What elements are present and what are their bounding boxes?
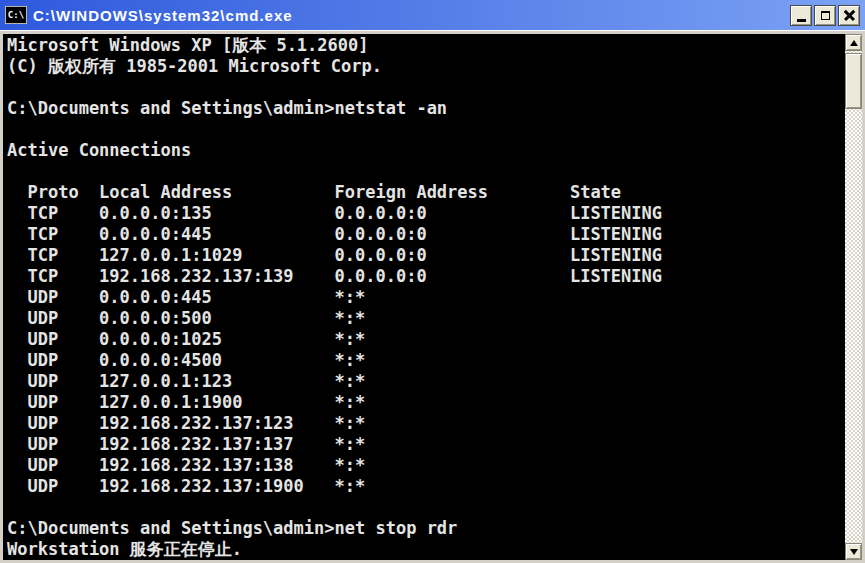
cmd-icon[interactable]: C:\ xyxy=(5,6,27,24)
console-line: C:\Documents and Settings\admin>netstat … xyxy=(7,98,842,119)
console-line: UDP 192.168.232.137:137 *:* xyxy=(7,434,842,455)
console-line: TCP 192.168.232.137:139 0.0.0.0:0 LISTEN… xyxy=(7,266,842,287)
window-frame: Microsoft Windows XP [版本 5.1.2600](C) 版权… xyxy=(0,30,865,563)
close-button[interactable] xyxy=(838,5,860,26)
console-line: UDP 192.168.232.137:138 *:* xyxy=(7,455,842,476)
close-icon xyxy=(844,10,855,21)
minimize-icon xyxy=(797,19,806,22)
console-line: Proto Local Address Foreign Address Stat… xyxy=(7,182,842,203)
console-lines: Microsoft Windows XP [版本 5.1.2600](C) 版权… xyxy=(7,35,842,560)
console-line: UDP 127.0.0.1:123 *:* xyxy=(7,371,842,392)
console-line xyxy=(7,119,842,140)
console-output[interactable]: Microsoft Windows XP [版本 5.1.2600](C) 版权… xyxy=(3,34,862,560)
cmd-window: C:\ C:\WINDOWS\system32\cmd.exe Microsof… xyxy=(0,0,865,563)
console-line: Workstation 服务正在停止. xyxy=(7,539,842,560)
scrollbar-thumb[interactable] xyxy=(845,53,862,109)
console-line: Active Connections xyxy=(7,140,842,161)
vertical-scrollbar[interactable] xyxy=(845,34,862,560)
minimize-button[interactable] xyxy=(790,5,812,26)
console-line: UDP 0.0.0.0:500 *:* xyxy=(7,308,842,329)
title-bar[interactable]: C:\ C:\WINDOWS\system32\cmd.exe xyxy=(0,0,865,30)
scroll-up-button[interactable] xyxy=(845,34,862,51)
maximize-icon xyxy=(821,11,830,20)
console-line: TCP 0.0.0.0:135 0.0.0.0:0 LISTENING xyxy=(7,203,842,224)
window-title: C:\WINDOWS\system32\cmd.exe xyxy=(33,7,293,24)
console-line: UDP 127.0.0.1:1900 *:* xyxy=(7,392,842,413)
console-line: UDP 0.0.0.0:4500 *:* xyxy=(7,350,842,371)
console-line: (C) 版权所有 1985-2001 Microsoft Corp. xyxy=(7,56,842,77)
console-line: UDP 192.168.232.137:123 *:* xyxy=(7,413,842,434)
console-line: TCP 127.0.0.1:1029 0.0.0.0:0 LISTENING xyxy=(7,245,842,266)
console-line xyxy=(7,497,842,518)
console-line: Microsoft Windows XP [版本 5.1.2600] xyxy=(7,35,842,56)
window-controls xyxy=(790,5,860,26)
scroll-down-button[interactable] xyxy=(845,543,862,560)
console-line: UDP 192.168.232.137:1900 *:* xyxy=(7,476,842,497)
maximize-button[interactable] xyxy=(814,5,836,26)
console-line xyxy=(7,161,842,182)
console-line: TCP 0.0.0.0:445 0.0.0.0:0 LISTENING xyxy=(7,224,842,245)
up-arrow-icon xyxy=(850,40,858,46)
down-arrow-icon xyxy=(850,549,858,555)
console-line: C:\Documents and Settings\admin>net stop… xyxy=(7,518,842,539)
console-line: UDP 0.0.0.0:445 *:* xyxy=(7,287,842,308)
console-line: UDP 0.0.0.0:1025 *:* xyxy=(7,329,842,350)
console-line xyxy=(7,77,842,98)
